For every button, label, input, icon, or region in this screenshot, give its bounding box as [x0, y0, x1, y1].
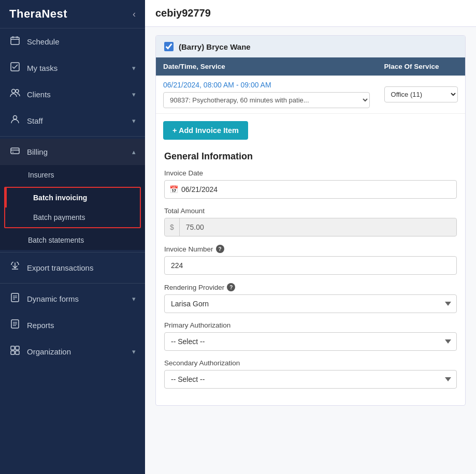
service-select[interactable]: 90837: Psychotherapy, 60 minutes with pa… [163, 92, 370, 108]
invoice-number-input[interactable] [164, 256, 457, 275]
invoice-date-label: Invoice Date [164, 169, 457, 177]
invoice-date-group: Invoice Date 📅 [164, 169, 457, 199]
add-invoice-item-button[interactable]: + Add Invoice Item [163, 121, 248, 140]
section-title: General Information [164, 151, 457, 162]
chevron-down-icon: ▾ [132, 64, 136, 72]
invoice-date-input-wrapper: 📅 [164, 180, 457, 199]
sidebar-item-clients[interactable]: Clients ▾ [0, 81, 145, 108]
invoice-number-label: Invoice Number ? [164, 245, 457, 253]
svg-rect-22 [16, 351, 19, 354]
primary-auth-select[interactable]: -- Select -- [164, 332, 457, 351]
sidebar-item-label: Reports [27, 321, 54, 330]
chevron-down-icon: ▾ [132, 295, 136, 303]
invoice-number-help-icon[interactable]: ? [216, 245, 224, 253]
primary-auth-group: Primary Authorization -- Select -- [164, 321, 457, 351]
total-amount-group: Total Amount $ [164, 207, 457, 236]
total-amount-label: Total Amount [164, 207, 457, 215]
sidebar-subitem-insurers[interactable]: Insurers [0, 165, 145, 185]
svg-point-5 [12, 90, 16, 93]
invoice-row-place-of-service: Office (11) [377, 76, 465, 114]
sidebar-item-label: Staff [27, 116, 43, 125]
sidebar-subitem-batch-invoicing[interactable]: Batch invoicing [5, 188, 140, 208]
secondary-auth-group: Secondary Authorization -- Select -- [164, 359, 457, 389]
sidebar-item-reports[interactable]: Reports [0, 312, 145, 338]
primary-auth-label: Primary Authorization [164, 321, 457, 329]
svg-rect-19 [11, 346, 15, 350]
svg-point-6 [16, 90, 19, 93]
general-information-section: General Information Invoice Date 📅 Total… [156, 147, 465, 405]
billing-section: Billing ▴ Insurers Batch invoicing Batch… [0, 139, 145, 250]
sidebar-item-label: Organization [27, 347, 71, 356]
staff-icon [9, 115, 21, 127]
svg-rect-0 [11, 37, 19, 45]
invoice-row-datetime-service: 06/21/2024, 08:00 AM - 09:00 AM 90837: P… [156, 76, 377, 114]
table-row: 06/21/2024, 08:00 AM - 09:00 AM 90837: P… [156, 76, 465, 114]
sidebar-item-label: Export transactions [27, 263, 93, 272]
export-icon [9, 262, 21, 274]
clients-icon [9, 88, 21, 100]
rendering-provider-select[interactable]: Larisa Gorn [164, 294, 457, 313]
sidebar-item-label: My tasks [27, 64, 57, 72]
datetime-link[interactable]: 06/21/2024, 08:00 AM - 09:00 AM [163, 81, 370, 89]
sidebar-item-label: Billing [27, 147, 48, 156]
rendering-provider-group: Rendering Provider ? Larisa Gorn [164, 283, 457, 313]
chevron-down-icon: ▾ [132, 348, 136, 356]
chevron-up-icon: ▴ [132, 148, 136, 156]
sidebar-item-label: Clients [27, 90, 51, 99]
sidebar-item-organization[interactable]: Organization ▾ [0, 338, 145, 365]
currency-prefix: $ [165, 218, 180, 236]
sidebar-item-export-transactions[interactable]: Export transactions [0, 255, 145, 281]
chevron-down-icon: ▾ [132, 91, 136, 98]
chevron-down-icon: ▾ [132, 117, 136, 125]
client-card-header: (Barry) Bryce Wane [156, 36, 465, 57]
sidebar-subitem-batch-statements[interactable]: Batch statements [0, 230, 145, 250]
rendering-provider-help-icon[interactable]: ? [227, 283, 235, 291]
svg-point-7 [13, 116, 17, 120]
billing-icon [9, 146, 21, 158]
page-title: cebiy92779 [155, 7, 466, 19]
sidebar-toggle-button[interactable]: ‹ [133, 9, 136, 20]
red-box-highlight: Batch invoicing Batch payments [4, 187, 141, 228]
tasks-icon [9, 62, 21, 74]
main-panel: cebiy92779 (Barry) Bryce Wane Date/Time,… [145, 0, 476, 474]
main-content: (Barry) Bryce Wane Date/Time, Service Pl… [145, 27, 476, 474]
client-card: (Barry) Bryce Wane Date/Time, Service Pl… [155, 35, 466, 406]
sidebar-header: TheraNest ‹ [0, 0, 145, 28]
invoice-date-input[interactable] [164, 180, 457, 199]
place-of-service-select[interactable]: Office (11) [384, 86, 458, 102]
sidebar-item-label: Dynamic forms [27, 294, 79, 303]
rendering-provider-label: Rendering Provider ? [164, 283, 457, 291]
sidebar-item-label: Schedule [27, 37, 60, 46]
schedule-icon [9, 36, 21, 48]
secondary-auth-label: Secondary Authorization [164, 359, 457, 367]
sidebar-item-my-tasks[interactable]: My tasks ▾ [0, 55, 145, 81]
calendar-icon: 📅 [169, 185, 178, 194]
client-name: (Barry) Bryce Wane [179, 42, 251, 51]
svg-rect-20 [16, 346, 19, 350]
sidebar-item-staff[interactable]: Staff ▾ [0, 108, 145, 134]
sidebar-item-dynamic-forms[interactable]: Dynamic forms ▾ [0, 286, 145, 312]
sidebar: TheraNest ‹ Schedule My tasks ▾ Clients … [0, 0, 145, 474]
client-checkbox[interactable] [164, 42, 174, 51]
sidebar-subitem-batch-payments[interactable]: Batch payments [5, 208, 140, 227]
sidebar-item-schedule[interactable]: Schedule [0, 28, 145, 55]
app-logo: TheraNest [9, 7, 67, 21]
total-amount-input [180, 218, 456, 236]
main-header: cebiy92779 [145, 0, 476, 27]
svg-point-10 [12, 152, 13, 153]
sidebar-item-billing[interactable]: Billing ▴ [0, 139, 145, 165]
svg-rect-8 [11, 148, 19, 154]
col-place-of-service: Place Of Service [377, 57, 465, 76]
dynamic-forms-icon [9, 293, 21, 305]
invoice-number-group: Invoice Number ? [164, 245, 457, 275]
organization-icon [9, 346, 21, 358]
total-amount-input-wrapper: $ [164, 218, 457, 236]
svg-rect-21 [11, 351, 15, 354]
secondary-auth-select[interactable]: -- Select -- [164, 370, 457, 389]
reports-icon [9, 319, 21, 331]
col-datetime-service: Date/Time, Service [156, 57, 377, 76]
invoice-table: Date/Time, Service Place Of Service 06/2… [156, 57, 465, 114]
